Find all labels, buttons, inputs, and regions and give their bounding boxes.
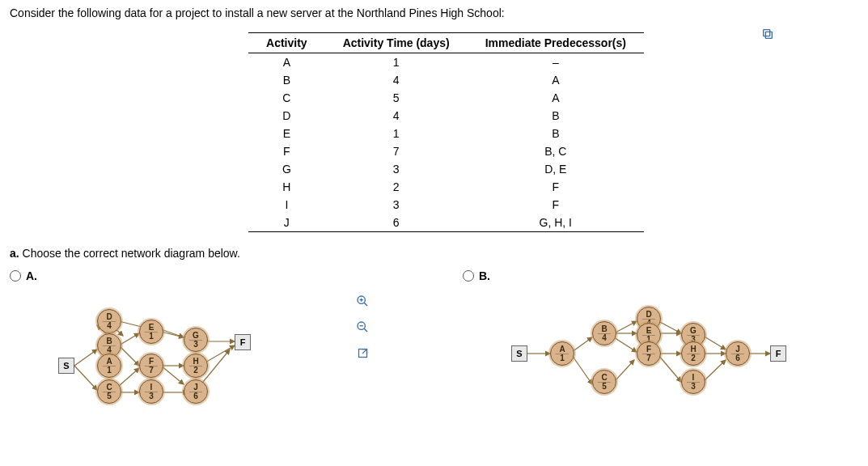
- table-row: E1B: [248, 125, 644, 142]
- table-row: J6G, H, I: [248, 214, 644, 232]
- copy-icon[interactable]: [761, 28, 774, 40]
- svg-rect-0: [765, 32, 772, 38]
- cell-pred: F: [468, 178, 644, 196]
- svg-line-19: [364, 303, 367, 306]
- zoom-in-icon[interactable]: [354, 292, 371, 310]
- node-F-end-b: F: [770, 345, 786, 362]
- node-S: S: [58, 358, 74, 374]
- svg-line-6: [119, 345, 139, 366]
- table-row: F7B, C: [248, 142, 644, 160]
- cell-act: F: [248, 142, 325, 160]
- col-pred: Immediate Predecessor(s): [468, 33, 644, 53]
- sub-q-text: Choose the correct network diagram below…: [19, 247, 240, 260]
- cell-act: D: [248, 107, 325, 125]
- svg-line-33: [614, 360, 634, 382]
- cell-time: 4: [325, 71, 468, 89]
- cell-act: C: [248, 89, 325, 107]
- node-S-b: S: [511, 345, 527, 362]
- svg-line-28: [572, 337, 592, 352]
- col-time: Activity Time (days): [325, 33, 468, 53]
- table-row: G3D, E: [248, 160, 644, 178]
- svg-line-4: [119, 333, 139, 345]
- cell-pred: A: [468, 89, 644, 107]
- table-row: C5A: [248, 89, 644, 107]
- cell-pred: A: [468, 71, 644, 89]
- node-F: F7: [139, 354, 163, 378]
- cell-act: A: [248, 53, 325, 72]
- table-row: I3F: [248, 196, 644, 214]
- svg-line-29: [572, 355, 592, 384]
- node-D: D4: [97, 309, 121, 333]
- cell-pred: D, E: [468, 160, 644, 178]
- cell-act: G: [248, 160, 325, 178]
- cell-pred: F: [468, 196, 644, 214]
- svg-line-15: [204, 345, 235, 363]
- node-A: A1: [97, 354, 121, 378]
- diagram-B: S A1 B4 C5 D4 E1 F7 G3 H2 I3 J6 F: [511, 289, 786, 410]
- node-C-b: C5: [592, 370, 616, 394]
- diagram-A: S D4 B4 E1 G3 F A1 F7 H2 C5 I3 J6: [58, 289, 333, 410]
- node-J-b: J6: [726, 341, 750, 366]
- node-F-end: F: [235, 334, 251, 350]
- radio-B[interactable]: [463, 270, 474, 282]
- table-row: A1–: [248, 53, 644, 72]
- popout-icon[interactable]: [354, 344, 371, 362]
- cell-time: 4: [325, 107, 468, 125]
- node-B-b: B4: [592, 321, 616, 345]
- node-E: E1: [139, 320, 163, 344]
- node-H-b: H2: [681, 341, 705, 366]
- svg-line-3: [74, 366, 97, 390]
- svg-line-11: [119, 368, 139, 386]
- radio-A[interactable]: [10, 270, 21, 282]
- cell-pred: B: [468, 125, 644, 142]
- node-I: I3: [139, 379, 163, 404]
- option-A: A. S D4 B4: [10, 269, 447, 410]
- cell-pred: G, H, I: [468, 214, 644, 232]
- option-B: B. S A1 B4 C5: [463, 269, 867, 410]
- node-I-b: I3: [681, 370, 705, 394]
- cell-act: J: [248, 214, 325, 232]
- option-A-label: A.: [26, 269, 37, 282]
- cell-act: I: [248, 196, 325, 214]
- svg-line-30: [614, 321, 637, 333]
- cell-time: 3: [325, 196, 468, 214]
- cell-time: 5: [325, 89, 468, 107]
- svg-line-23: [364, 328, 367, 332]
- sub-q-label: a.: [10, 247, 19, 260]
- node-H: H2: [184, 354, 208, 378]
- svg-line-26: [362, 349, 366, 354]
- cell-time: 3: [325, 160, 468, 178]
- cell-pred: B: [468, 107, 644, 125]
- cell-act: H: [248, 178, 325, 196]
- svg-line-34: [658, 321, 681, 333]
- zoom-out-icon[interactable]: [354, 318, 371, 336]
- node-C: C5: [97, 379, 121, 404]
- table-row: B4A: [248, 71, 644, 89]
- cell-pred: B, C: [468, 142, 644, 160]
- cell-pred: –: [468, 53, 644, 72]
- cell-act: B: [248, 71, 325, 89]
- svg-rect-1: [764, 30, 770, 36]
- node-J: J6: [184, 379, 208, 404]
- node-G: G3: [184, 328, 208, 352]
- cell-time: 1: [325, 125, 468, 142]
- question-prompt: Consider the following data for a projec…: [10, 6, 858, 19]
- activity-table-wrap: Activity Activity Time (days) Immediate …: [10, 32, 858, 232]
- col-activity: Activity: [248, 33, 325, 53]
- cell-time: 2: [325, 178, 468, 196]
- activity-table: Activity Activity Time (days) Immediate …: [248, 32, 644, 232]
- svg-line-7: [161, 329, 184, 337]
- svg-line-38: [703, 336, 726, 350]
- cell-act: E: [248, 125, 325, 142]
- table-row: H2F: [248, 178, 644, 196]
- cell-time: 7: [325, 142, 468, 160]
- svg-line-13: [161, 366, 184, 384]
- cell-time: 1: [325, 53, 468, 72]
- sub-question: a. Choose the correct network diagram be…: [10, 247, 858, 260]
- cell-time: 6: [325, 214, 468, 232]
- table-row: D4B: [248, 107, 644, 125]
- node-A-b: A1: [550, 341, 574, 366]
- option-B-label: B.: [479, 269, 490, 282]
- svg-line-32: [614, 337, 637, 352]
- svg-line-2: [74, 350, 97, 366]
